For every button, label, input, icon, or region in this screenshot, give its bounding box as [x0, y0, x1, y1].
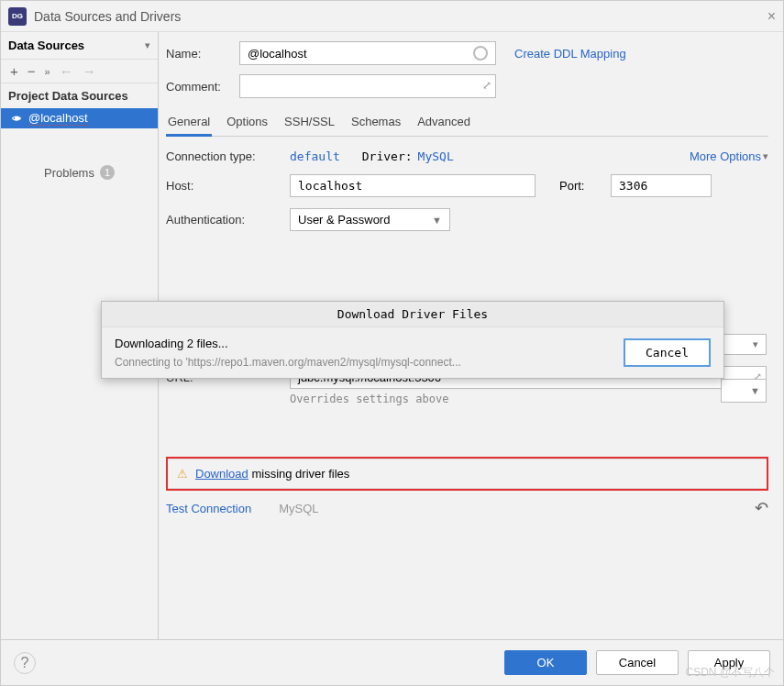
- name-value: @localhost: [248, 47, 307, 61]
- section-label: Project Data Sources: [1, 83, 158, 108]
- undo-icon[interactable]: ↶: [755, 498, 768, 518]
- driver-name-label: MySQL: [279, 502, 318, 515]
- watermark: CSDN @不写八个: [685, 665, 775, 680]
- download-link[interactable]: Download: [195, 467, 248, 481]
- create-ddl-link[interactable]: Create DDL Mapping: [514, 47, 626, 61]
- notice-highlight: ⚠ Download missing driver files: [166, 457, 768, 491]
- sidebar-toolbar: + − » ← →: [1, 60, 158, 83]
- comment-input[interactable]: ⤢: [239, 74, 496, 98]
- svg-point-0: [14, 117, 16, 119]
- hidden-select-edge[interactable]: ▼: [721, 379, 767, 403]
- mysql-icon: [10, 112, 23, 125]
- auth-value: User & Password: [298, 213, 390, 227]
- app-icon: DG: [8, 7, 27, 26]
- chevron-down-icon: ▾: [763, 150, 768, 162]
- chevron-down-icon: ▼: [750, 385, 760, 396]
- add-icon[interactable]: +: [10, 63, 18, 79]
- port-label: Port:: [559, 179, 611, 193]
- forward-icon[interactable]: →: [83, 63, 96, 79]
- help-button[interactable]: ?: [14, 652, 36, 674]
- port-input[interactable]: [611, 174, 712, 197]
- chevron-down-icon[interactable]: ▾: [145, 39, 150, 51]
- problems-count-badge: 1: [100, 165, 115, 180]
- driver-value[interactable]: MySQL: [418, 149, 454, 163]
- chevron-down-icon: ▼: [432, 215, 442, 226]
- tab-general[interactable]: General: [166, 111, 212, 137]
- conn-type-value[interactable]: default: [290, 149, 340, 163]
- auth-select[interactable]: User & Password ▼: [290, 208, 450, 231]
- test-connection-link[interactable]: Test Connection: [166, 502, 251, 515]
- dialog-detail: Connecting to 'https://repo1.maven.org/m…: [115, 356, 611, 369]
- button-bar: ? OK Cancel Apply: [1, 639, 783, 685]
- auth-label: Authentication:: [166, 213, 290, 227]
- more-options-label: More Options: [690, 149, 761, 163]
- tab-advanced[interactable]: Advanced: [415, 111, 472, 136]
- ok-button[interactable]: OK: [504, 650, 587, 675]
- problems-row[interactable]: Problems 1: [1, 165, 158, 180]
- tabs: General Options SSH/SSL Schemas Advanced: [166, 111, 768, 137]
- download-notice: ⚠ Download missing driver files: [168, 459, 767, 489]
- close-icon[interactable]: ×: [767, 8, 776, 25]
- tab-options[interactable]: Options: [225, 111, 270, 136]
- color-circle-icon[interactable]: [473, 46, 488, 61]
- sidebar-tab-label[interactable]: Data Sources: [8, 39, 145, 52]
- dialog-cancel-button[interactable]: Cancel: [624, 338, 711, 367]
- conn-type-label: Connection type:: [166, 149, 290, 163]
- driver-label: Driver:: [362, 149, 413, 163]
- cancel-button[interactable]: Cancel: [596, 650, 679, 675]
- dialog-title: Download Driver Files: [102, 302, 723, 327]
- more-options-link[interactable]: More Options ▾: [690, 149, 768, 163]
- footer-row: Test Connection MySQL ↶: [166, 491, 768, 526]
- host-label: Host:: [166, 179, 290, 193]
- problems-label: Problems: [44, 166, 94, 180]
- remove-icon[interactable]: −: [28, 63, 36, 79]
- window-title: Data Sources and Drivers: [34, 9, 181, 24]
- dialog-status: Downloading 2 files...: [115, 337, 611, 350]
- comment-label: Comment:: [166, 80, 239, 94]
- notice-text: missing driver files: [248, 467, 350, 481]
- more-icon[interactable]: »: [45, 66, 50, 77]
- datasource-name: @localhost: [28, 111, 88, 126]
- tab-sshssl[interactable]: SSH/SSL: [282, 111, 337, 136]
- host-input[interactable]: [290, 174, 536, 197]
- name-input[interactable]: @localhost: [239, 41, 496, 65]
- url-hint: Overrides settings above: [290, 393, 768, 405]
- warning-icon: ⚠: [177, 467, 188, 481]
- datasource-item[interactable]: @localhost: [1, 108, 158, 128]
- name-label: Name:: [166, 47, 239, 61]
- back-icon[interactable]: ←: [60, 63, 73, 79]
- download-dialog: Download Driver Files Downloading 2 file…: [101, 301, 724, 379]
- chevron-down-icon: ▾: [753, 338, 758, 350]
- sidebar-header: Data Sources ▾: [1, 32, 158, 60]
- tab-schemas[interactable]: Schemas: [349, 111, 403, 136]
- expand-icon[interactable]: ⤢: [482, 79, 491, 92]
- titlebar: DG Data Sources and Drivers ×: [1, 1, 783, 32]
